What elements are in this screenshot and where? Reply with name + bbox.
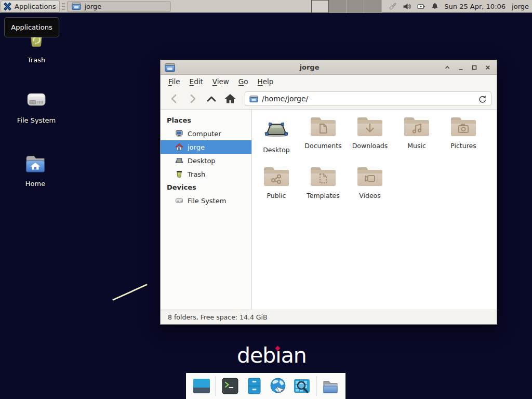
templates-folder-icon <box>310 166 337 188</box>
menubar: File Edit View Go Help <box>161 75 497 88</box>
top-panel: Applications jorge <box>0 0 532 13</box>
toolbar: /home/jorge/ <box>161 88 497 110</box>
desktop-icon-label: Trash <box>28 56 45 64</box>
menu-go[interactable]: Go <box>234 75 253 88</box>
desktop-icon-home[interactable]: Home <box>7 152 64 188</box>
web-browser-globe-icon[interactable] <box>268 376 288 396</box>
menu-help[interactable]: Help <box>253 75 278 88</box>
pictures-folder-icon <box>450 116 477 138</box>
downloads-folder-icon <box>356 116 383 138</box>
sidebar-item-computer[interactable]: Computer <box>161 127 251 140</box>
minimize-window-icon[interactable] <box>457 64 464 71</box>
taskbar-grip-handle[interactable] <box>62 3 65 10</box>
up-arrow-icon <box>204 91 219 106</box>
desktop-item-icon <box>262 117 291 142</box>
desktop-icon-label: File System <box>17 116 56 124</box>
folder-item-music[interactable]: Music <box>393 116 440 150</box>
desktop-icon-label: Home <box>25 180 45 188</box>
statusbar: 8 folders, Free space: 14.4 GiB <box>161 310 497 324</box>
notifications-bell-icon[interactable] <box>431 2 439 10</box>
sidebar-item-trash[interactable]: Trash <box>161 167 251 181</box>
back-arrow-icon <box>167 91 181 106</box>
workspace-switcher <box>311 0 382 13</box>
taskbar-window-button[interactable]: jorge <box>67 1 171 12</box>
applications-menu-label: Applications <box>15 3 56 10</box>
folder-item-pictures[interactable]: Pictures <box>440 116 487 150</box>
workspace-3[interactable] <box>347 0 364 13</box>
forward-button[interactable] <box>184 91 201 107</box>
folder-label: Music <box>407 142 426 150</box>
folder-item-videos[interactable]: Videos <box>347 166 393 200</box>
session-user-label[interactable]: jorge <box>512 3 529 10</box>
window-body: Places Computer <box>161 110 497 310</box>
folder-label: Pictures <box>450 142 476 150</box>
home-folder-icon <box>23 152 48 176</box>
menu-edit[interactable]: Edit <box>185 75 208 88</box>
dock-separator <box>216 376 216 396</box>
public-folder-icon <box>263 166 290 188</box>
sidebar-places-header: Places <box>161 114 251 127</box>
home-icon <box>223 91 237 106</box>
back-button[interactable] <box>166 91 182 107</box>
menu-file[interactable]: File <box>164 75 185 88</box>
documents-folder-icon <box>310 116 337 138</box>
hard-drive-icon <box>23 87 49 112</box>
computer-icon <box>175 129 183 138</box>
folder-view: Desktop Documents <box>252 110 497 310</box>
battery-icon[interactable] <box>417 2 425 11</box>
maximize-window-icon[interactable] <box>471 64 478 71</box>
home-icon <box>175 143 183 151</box>
sidebar-item-label: Trash <box>188 170 205 178</box>
music-folder-icon <box>403 116 430 138</box>
menu-view[interactable]: View <box>208 75 234 88</box>
folder-item-templates[interactable]: Templates <box>300 166 347 200</box>
workspace-4[interactable] <box>364 0 382 13</box>
hard-drive-icon <box>175 196 183 205</box>
home-button[interactable] <box>222 91 238 107</box>
close-window-icon[interactable] <box>484 64 491 71</box>
files-folder-icon[interactable] <box>321 376 340 396</box>
applications-tooltip: Applications <box>4 17 59 37</box>
workspace-2[interactable] <box>329 0 347 13</box>
clock[interactable]: Sun 25 Apr, 10:06 <box>444 3 506 10</box>
applications-menu-button[interactable]: Applications <box>1 1 60 12</box>
location-bar[interactable]: /home/jorge/ <box>245 91 491 106</box>
settings-tool-icon[interactable] <box>388 2 397 11</box>
file-manager-cabinet-icon[interactable] <box>244 376 264 396</box>
path-text[interactable]: /home/jorge/ <box>262 95 474 103</box>
reload-icon[interactable] <box>477 94 487 103</box>
sidebar: Places Computer <box>161 110 252 310</box>
window-titlebar[interactable]: jorge <box>161 60 497 75</box>
system-tray <box>388 2 439 11</box>
trash-icon <box>175 170 183 178</box>
path-folder-icon <box>249 96 258 102</box>
workspace-1[interactable] <box>311 0 329 13</box>
up-button[interactable] <box>203 91 220 107</box>
taskbar-window-label: jorge <box>84 3 101 10</box>
folder-label: Desktop <box>263 146 290 154</box>
shade-window-icon[interactable] <box>444 64 451 71</box>
folder-item-documents[interactable]: Documents <box>300 116 347 150</box>
folder-label: Documents <box>304 142 341 150</box>
statusbar-text: 8 folders, Free space: 14.4 GiB <box>168 313 268 321</box>
folder-item-public[interactable]: Public <box>253 166 300 200</box>
folder-icon <box>72 3 81 10</box>
show-desktop-icon[interactable] <box>192 376 211 396</box>
desktop-icon-file-system[interactable]: File System <box>8 87 65 124</box>
folder-item-downloads[interactable]: Downloads <box>347 116 393 150</box>
dock <box>186 373 345 399</box>
desktop: Applications jorge <box>0 0 532 399</box>
sidebar-item-label: Desktop <box>188 157 216 165</box>
folder-item-desktop[interactable]: Desktop <box>253 117 300 154</box>
application-finder-icon[interactable] <box>292 376 312 396</box>
sidebar-item-label: Computer <box>188 130 221 138</box>
sidebar-item-desktop[interactable]: Desktop <box>161 154 251 167</box>
desktop-icon <box>175 156 183 165</box>
sidebar-item-file-system[interactable]: File System <box>161 194 251 207</box>
volume-icon[interactable] <box>403 2 411 11</box>
window-title: jorge <box>178 63 441 71</box>
sidebar-item-jorge[interactable]: jorge <box>161 140 251 154</box>
cursor-trail-line <box>109 281 156 304</box>
tooltip-text: Applications <box>11 23 52 31</box>
terminal-icon[interactable] <box>220 376 240 396</box>
